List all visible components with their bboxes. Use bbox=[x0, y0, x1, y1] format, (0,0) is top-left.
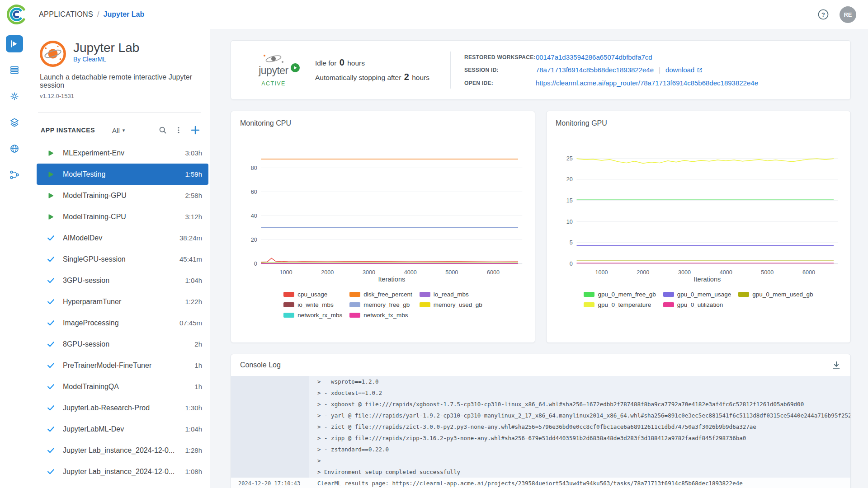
add-instance-icon[interactable] bbox=[190, 125, 201, 136]
restored-workspace-link[interactable]: 00147a1d33594286a65074dbfbdfa7cd bbox=[536, 53, 652, 61]
cpu-chart[interactable]: 020406080100020003000400050006000Iterati… bbox=[240, 145, 526, 283]
app-publisher-link[interactable]: By ClearML bbox=[73, 56, 106, 63]
check-icon bbox=[47, 255, 56, 263]
instance-row[interactable]: JupyterLabML-Dev 1:04h bbox=[37, 418, 208, 440]
rail-item-applications[interactable] bbox=[6, 35, 23, 52]
check-icon bbox=[47, 446, 55, 455]
instance-row[interactable]: ImageProcessing 07:45m bbox=[37, 312, 208, 333]
svg-text:6000: 6000 bbox=[487, 269, 500, 276]
legend-label: gpu_0_utilization bbox=[677, 301, 723, 308]
legend-item[interactable]: network_tx_mbs bbox=[349, 312, 412, 319]
log-timestamp bbox=[231, 399, 309, 410]
queues-icon bbox=[9, 65, 20, 75]
check-icon bbox=[47, 319, 56, 327]
legend-item[interactable]: io_write_mbs bbox=[283, 301, 342, 308]
search-icon[interactable] bbox=[158, 126, 167, 135]
instance-row[interactable]: 8GPU-session 2h bbox=[37, 333, 208, 355]
legend-item[interactable]: disk_free_percent bbox=[349, 291, 412, 298]
open-ide-link[interactable]: https://clearml.acme.ai/app_router/78a71… bbox=[536, 79, 758, 87]
legend-swatch bbox=[283, 302, 294, 307]
check-icon bbox=[47, 382, 56, 391]
session-id-label: SESSION ID: bbox=[464, 66, 536, 74]
instance-row[interactable]: ModelTesting 1:59h bbox=[37, 164, 208, 185]
instance-name: MLExperiment-Env bbox=[63, 149, 180, 157]
avatar[interactable]: RE bbox=[840, 6, 856, 23]
session-status-card: jupyter ACTIVE Idle for 0 hours Automati… bbox=[231, 40, 851, 100]
rail-item-pipelines[interactable] bbox=[6, 166, 23, 183]
instance-row[interactable]: HyperparamTuner 1:22h bbox=[37, 291, 208, 312]
instance-row[interactable]: JupyterLab-Research-Prod 1:30h bbox=[37, 397, 208, 418]
app-version: v1.12.0-1531 bbox=[29, 89, 210, 99]
play-icon bbox=[47, 170, 55, 178]
instance-duration: 1:04h bbox=[185, 277, 202, 284]
svg-text:80: 80 bbox=[251, 165, 257, 171]
breadcrumb-current[interactable]: Jupyter Lab bbox=[104, 10, 145, 19]
jupyter-planet-icon bbox=[260, 53, 287, 64]
instance-row[interactable]: ModelTraining-GPU 2:58h bbox=[37, 185, 208, 206]
session-info-grid: RESTORED WORKSPACE: 00147a1d33594286a650… bbox=[464, 53, 838, 87]
svg-text:2000: 2000 bbox=[321, 269, 334, 276]
rail-item-workers[interactable] bbox=[6, 88, 23, 105]
instance-row[interactable]: 3GPU-session 1:04h bbox=[37, 270, 208, 291]
log-line-text: > - yarl @ file:///rapids/yarl-1.9.2-cp3… bbox=[309, 412, 850, 419]
instance-row[interactable]: Jupyter Lab_instance_2024-12-0... 1:28h bbox=[37, 440, 208, 461]
status-card-divider bbox=[450, 52, 451, 89]
instance-row[interactable]: ModelTraining-CPU 3:12h bbox=[37, 206, 208, 227]
check-icon bbox=[47, 382, 55, 391]
legend-label: memory_used_gb bbox=[434, 301, 482, 308]
instance-row[interactable]: ModelTrainingQA 1h bbox=[37, 376, 208, 397]
instance-row[interactable]: SingleGPU-session 45:41m bbox=[37, 249, 208, 270]
rail-item-queues[interactable] bbox=[6, 61, 23, 79]
kebab-menu-icon[interactable] bbox=[175, 126, 183, 134]
legend-item[interactable]: io_read_mbs bbox=[420, 291, 482, 298]
legend-item[interactable]: gpu_0_utilization bbox=[663, 301, 731, 308]
breadcrumb-applications[interactable]: APPLICATIONS bbox=[39, 10, 93, 19]
help-icon[interactable]: ? bbox=[817, 8, 830, 21]
svg-text:1000: 1000 bbox=[595, 269, 608, 276]
instance-name: ModelTesting bbox=[63, 170, 180, 178]
rail-item-datasets[interactable] bbox=[6, 114, 23, 131]
check-icon bbox=[47, 255, 55, 263]
legend-item[interactable]: cpu_usage bbox=[283, 291, 342, 298]
log-timestamp bbox=[231, 432, 309, 444]
clearml-logo-icon[interactable] bbox=[6, 4, 27, 25]
session-id-link[interactable]: 78a71713f6914c85b68dec1893822e4e bbox=[536, 66, 654, 74]
charts-row: Monitoring CPU 0204060801000200030004000… bbox=[231, 111, 851, 343]
log-timestamp bbox=[231, 466, 309, 478]
workers-icon bbox=[9, 91, 20, 102]
download-log-icon[interactable] bbox=[831, 360, 841, 370]
check-icon bbox=[47, 276, 56, 285]
instance-row[interactable]: PreTrainerModel-FineTuner 1h bbox=[37, 355, 208, 376]
legend-item[interactable]: gpu_0_temperature bbox=[584, 301, 656, 308]
instance-row[interactable]: MLExperiment-Env 3:03h bbox=[37, 142, 208, 164]
legend-swatch bbox=[420, 302, 430, 307]
gpu-chart-card: Monitoring GPU 0510152025100020003000400… bbox=[546, 111, 851, 343]
sidebar-divider bbox=[38, 112, 201, 113]
check-icon bbox=[47, 446, 56, 455]
console-log-body[interactable]: > - wsproto==1.2.0 > - xdoctest==1.0.2 >… bbox=[231, 376, 850, 488]
legend-swatch bbox=[584, 292, 594, 297]
legend-item[interactable]: gpu_0_mem_usage bbox=[663, 291, 731, 298]
legend-swatch bbox=[420, 292, 430, 297]
instances-filter-dropdown[interactable]: All ▾ bbox=[112, 127, 125, 134]
log-timestamp bbox=[231, 421, 309, 432]
check-icon bbox=[47, 340, 56, 348]
rail-item-hyperdatasets[interactable] bbox=[6, 140, 23, 157]
download-link[interactable]: download bbox=[665, 66, 694, 74]
legend-item[interactable]: network_rx_mbs bbox=[283, 312, 342, 319]
gpu-chart[interactable]: 0510152025100020003000400050006000Iterat… bbox=[556, 145, 841, 283]
log-timestamp bbox=[231, 444, 309, 455]
check-icon bbox=[47, 234, 55, 242]
legend-item[interactable]: gpu_0_mem_used_gb bbox=[738, 291, 813, 298]
gpu-chart-legend: gpu_0_mem_free_gbgpu_0_mem_usagegpu_0_me… bbox=[556, 291, 841, 308]
play-icon bbox=[47, 192, 55, 200]
console-log-card: Console Log > - wsproto==1.2.0 > - xdoct… bbox=[231, 354, 851, 488]
instance-row[interactable]: Jupyter Lab_instance_2024-12-0... 1:08h bbox=[37, 461, 208, 482]
legend-item[interactable]: memory_used_gb bbox=[420, 301, 482, 308]
instance-row[interactable]: AIModelDev 38:24m bbox=[37, 227, 208, 249]
legend-item[interactable]: memory_free_gb bbox=[349, 301, 412, 308]
legend-label: cpu_usage bbox=[297, 291, 327, 298]
instances-header: APP INSTANCES All ▾ bbox=[41, 122, 201, 138]
legend-label: network_rx_mbs bbox=[297, 312, 342, 319]
legend-item[interactable]: gpu_0_mem_free_gb bbox=[584, 291, 656, 298]
